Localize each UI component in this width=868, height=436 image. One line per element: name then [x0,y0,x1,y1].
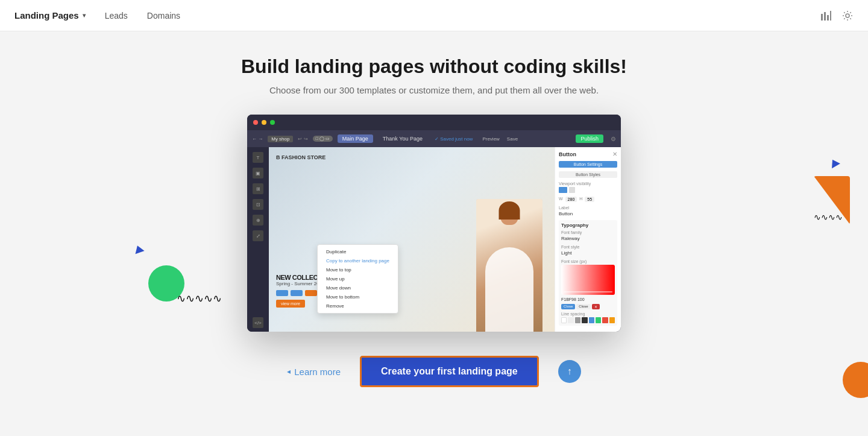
label-value: Button [559,211,617,216]
svg-point-4 [846,14,849,17]
sidebar-image-icon[interactable]: ▣ [253,168,263,179]
logo-label: Landing Pages [14,10,79,21]
upload-button[interactable]: ↑ [558,360,581,383]
learn-more-arrow: ◂ [287,367,291,376]
canvas-model [476,199,542,332]
swatch-red[interactable] [602,317,608,323]
create-landing-page-button[interactable]: Create your first landing page [360,356,539,387]
chart-icon[interactable] [820,10,832,22]
dot-green [270,120,275,125]
swatch-gray[interactable] [575,317,580,323]
mockup-window: ← → My shop ↩ ↪ □ ◯ ▭ Main Page Thank Yo… [247,115,621,332]
color-input-row: F1BF98 100 [561,297,615,302]
svg-rect-1 [824,12,826,21]
color-opacity: 100 [577,297,585,302]
hero-subtitle: Choose from our 300 templates or customi… [269,85,599,95]
toolbar-tab-main[interactable]: Main Page [338,134,373,143]
typography-title: Typography [561,223,615,228]
mockup-toolbar: ← → My shop ↩ ↪ □ ◯ ▭ Main Page Thank Yo… [247,130,621,147]
nav-left: Landing Pages ▾ Leads Domains [14,10,180,21]
swatch-orange[interactable] [609,317,615,323]
panel-viewport-label: Viewport visibility [559,182,617,186]
logo-chevron: ▾ [83,12,86,19]
mockup-canvas[interactable]: B FASHION STORE [269,147,555,332]
context-remove[interactable]: Remove [318,302,398,311]
swatch-green[interactable] [596,317,601,323]
sidebar-text-icon[interactable]: T [253,152,263,163]
panel-header: Button ✕ [559,151,617,157]
close-btn-2[interactable]: Close [576,304,590,309]
sidebar-move-icon[interactable]: ⊕ [253,215,263,226]
toolbar-tab-thankyou[interactable]: Thank You Page [378,134,427,143]
swatch-dark[interactable] [582,317,587,323]
close-btn-1[interactable]: Close [561,304,575,309]
swatch-blue[interactable] [589,317,594,323]
sidebar-resize-icon[interactable]: ⤢ [253,230,263,241]
width-value[interactable]: 280 [565,197,577,202]
font-family-label: Font family [561,230,615,235]
height-label: H [579,197,582,201]
mockup-titlebar [247,115,621,130]
deco-circle-orange [843,362,868,398]
font-family-value: Raleway [561,236,615,241]
svg-rect-2 [827,15,829,21]
typography-section: Typography Font family Raleway Font styl… [559,220,617,326]
canvas-background: B FASHION STORE [269,147,555,332]
action-row: ◂ Learn more Create your first landing p… [287,356,580,387]
nav-link-domains[interactable]: Domains [147,11,180,21]
model-dress [485,247,533,332]
panel-tab-row-2: Button Styles [559,171,617,178]
canvas-btn-1 [276,290,288,296]
swatch-light[interactable] [568,317,573,323]
height-value[interactable]: 55 [585,197,594,202]
settings-icon[interactable] [841,10,854,22]
color-swatches [561,317,615,323]
sidebar-layout-icon[interactable]: ⊡ [253,199,263,210]
panel-title: Button [559,151,576,157]
dot-red [253,120,258,125]
upload-icon: ↑ [567,366,572,377]
context-duplicate[interactable]: Duplicate [318,247,398,256]
nav-logo[interactable]: Landing Pages ▾ [14,10,86,21]
mockup-panel-right: Button ✕ Button Settings Button Styles V… [555,147,621,332]
mockup-container: ← → My shop ↩ ↪ □ ◯ ▭ Main Page Thank Yo… [247,115,621,332]
line-spacing-label: Line spacing [561,312,615,316]
canvas-viewmore[interactable]: view more [276,300,305,308]
mockup-sidebar-left: T ▣ ⊞ ⊡ ⊕ ⤢ </> [247,147,269,332]
learn-more-label: Learn more [294,367,341,377]
font-size-label: Font size (px) [561,259,615,264]
viewport-desktop[interactable] [559,187,567,193]
svg-rect-3 [830,11,831,21]
panel-tab-row: Button Settings [559,161,617,168]
swatch-white[interactable] [561,317,567,323]
context-move-up[interactable]: Move up [318,274,398,283]
width-label: W [559,197,563,201]
viewport-mobile[interactable] [569,187,575,193]
nav-link-leads[interactable]: Leads [105,11,128,21]
context-menu: Duplicate Copy to another landing page M… [317,244,398,314]
hero-title: Build landing pages without coding skill… [241,55,627,78]
color-hex: F1BF98 [561,297,576,302]
dot-yellow [262,120,266,125]
model-figure [476,199,542,332]
panel-tab-styles[interactable]: Button Styles [559,171,617,178]
context-copy[interactable]: Copy to another landing page [318,256,398,265]
deco-wave-left: ∿∿∿∿∿ [177,292,222,305]
nav-right [820,10,854,22]
color-action-row: Close Close ✕ [561,304,615,309]
learn-more-button[interactable]: ◂ Learn more [287,367,341,377]
publish-button[interactable]: Publish [576,134,603,143]
delete-btn[interactable]: ✕ [592,304,600,309]
context-move-top[interactable]: Move to top [318,265,398,274]
font-style-label: Font style [561,245,615,249]
panel-tab-settings[interactable]: Button Settings [559,161,617,168]
svg-rect-0 [821,14,823,21]
canvas-btn-3 [305,290,317,296]
sidebar-widget-icon[interactable]: ⊞ [253,183,263,194]
context-move-bottom[interactable]: Move to bottom [318,292,398,302]
context-move-down[interactable]: Move down [318,283,398,292]
sidebar-code-icon[interactable]: </> [253,317,263,328]
color-picker[interactable] [561,265,615,295]
navbar: Landing Pages ▾ Leads Domains [0,0,868,31]
deco-arrow-left [134,245,143,253]
